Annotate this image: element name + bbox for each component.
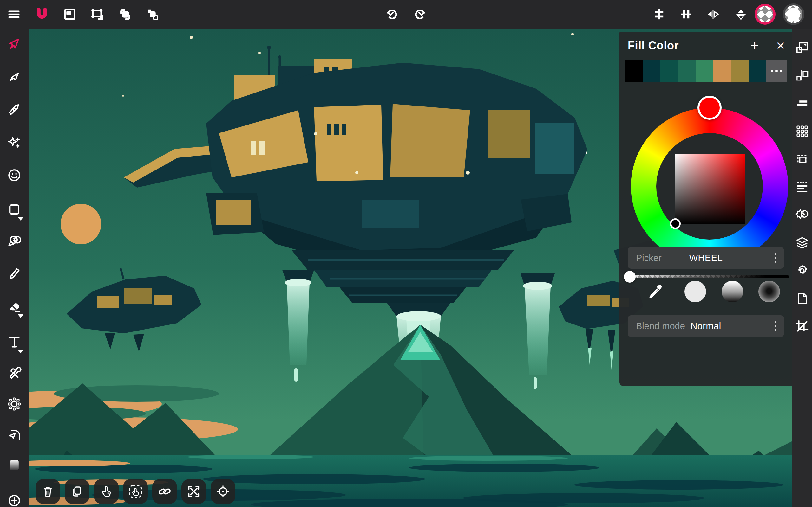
app-window: Fill Color + ✕ Picker WHEEL [0, 0, 812, 507]
panel-title: Fill Color [628, 39, 679, 52]
delete-button[interactable] [36, 479, 60, 504]
blend-options-icon[interactable] [774, 321, 776, 331]
duplicate-button[interactable] [65, 479, 90, 504]
panel-sidebar [792, 29, 812, 507]
link-button[interactable] [152, 479, 177, 504]
linear-gradient-option[interactable] [722, 281, 743, 302]
target-button[interactable] [211, 479, 235, 504]
color-swatch[interactable] [678, 60, 696, 82]
add-tool[interactable] [0, 485, 29, 507]
fill-color-panel: Fill Color + ✕ Picker WHEEL [619, 32, 792, 386]
pathfinder-icon[interactable] [795, 38, 809, 57]
add-swatch-button[interactable]: + [751, 38, 759, 54]
redo-icon[interactable] [409, 0, 432, 29]
picker-options-icon[interactable] [774, 253, 776, 263]
settings-gear-icon[interactable] [795, 261, 809, 280]
submenu-caret [18, 314, 23, 318]
top-toolbar [0, 0, 812, 29]
page-icon[interactable] [795, 289, 809, 308]
color-swatch[interactable] [660, 60, 678, 82]
submenu-caret [18, 350, 23, 353]
marquee-select-button[interactable] [123, 479, 148, 504]
scissors-tool[interactable] [0, 359, 29, 387]
selection-frame-icon[interactable] [795, 150, 809, 169]
radial-gradient-option[interactable] [758, 281, 780, 302]
distribute-horizontal-icon[interactable] [675, 0, 698, 29]
logo-u[interactable] [31, 0, 53, 29]
blend-mode-row[interactable]: Blend mode Normal [628, 315, 784, 337]
eraser-tool[interactable] [0, 292, 29, 321]
transform-frame-icon[interactable] [86, 0, 109, 29]
picker-label: Picker [636, 253, 662, 263]
match-size-icon[interactable] [795, 94, 809, 113]
blend-label: Blend mode [636, 321, 685, 331]
grid-icon[interactable] [795, 122, 809, 141]
menu-icon[interactable] [3, 0, 26, 29]
close-panel-button[interactable]: ✕ [776, 39, 785, 53]
hue-selector[interactable] [698, 96, 722, 120]
sv-selector[interactable] [670, 218, 681, 229]
color-swatch[interactable] [643, 60, 661, 82]
swatch-strip [625, 60, 786, 82]
color-swatch[interactable] [731, 60, 749, 82]
artboard-icon[interactable] [58, 0, 81, 29]
arrange-icon[interactable] [141, 0, 164, 29]
pen-tool[interactable] [0, 96, 29, 124]
plane-curve-tool[interactable] [0, 420, 29, 449]
color-swatch[interactable] [696, 60, 714, 82]
shape-library-tool[interactable] [0, 161, 29, 189]
color-swatch[interactable] [625, 60, 643, 82]
multi-select-tool[interactable] [0, 227, 29, 255]
pencil-tool[interactable] [0, 259, 29, 288]
distribute-vertical-icon[interactable] [648, 0, 670, 29]
scale-button[interactable] [182, 479, 206, 504]
undo-icon[interactable] [380, 0, 403, 29]
more-swatches-button[interactable] [766, 60, 786, 82]
align-objects-icon[interactable] [795, 66, 809, 85]
rectangle-tool[interactable] [0, 195, 29, 224]
canvas-action-bar [36, 479, 235, 504]
stroke-color-indicator[interactable] [782, 0, 805, 29]
select-tool[interactable] [0, 30, 29, 59]
panel-header: Fill Color + ✕ [619, 32, 792, 60]
solid-fill-option[interactable] [684, 281, 706, 302]
auto-draw-tool[interactable] [0, 128, 29, 157]
fill-type-row [619, 276, 792, 307]
crop-icon[interactable] [795, 317, 809, 336]
picker-mode-row[interactable]: Picker WHEEL [628, 247, 784, 269]
color-swatch[interactable] [713, 60, 731, 82]
text-styles-icon[interactable] [795, 177, 809, 196]
gear-burst-tool[interactable] [0, 390, 29, 418]
fill-color-indicator[interactable] [754, 0, 776, 29]
color-wheel-zone [619, 82, 792, 273]
node-select-tool[interactable] [0, 63, 29, 91]
tool-sidebar [0, 29, 29, 507]
submenu-caret [18, 217, 23, 221]
flip-horizontal-icon[interactable] [702, 0, 724, 29]
saturation-value-box[interactable] [675, 154, 745, 224]
appearance-icon[interactable] [795, 205, 809, 224]
duplicate-icon[interactable] [113, 0, 136, 29]
layers-icon[interactable] [795, 233, 809, 252]
select-hand-button[interactable] [94, 479, 119, 504]
gradient-tool[interactable] [0, 451, 29, 480]
text-tool[interactable] [0, 328, 29, 356]
eyedropper-icon[interactable] [647, 283, 664, 299]
flip-vertical-icon[interactable] [729, 0, 752, 29]
color-swatch[interactable] [749, 60, 766, 82]
